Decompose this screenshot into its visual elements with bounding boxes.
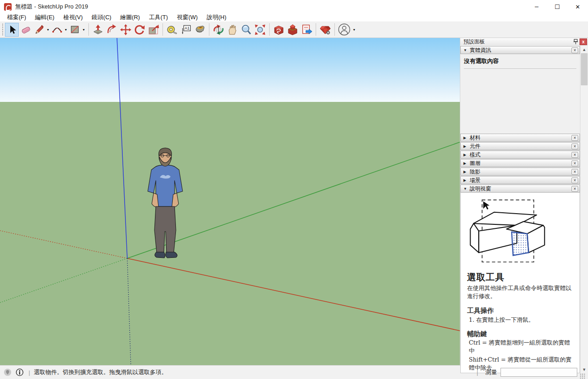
paint-bucket-tool-button[interactable] — [193, 23, 207, 37]
toolbar-drag-handle[interactable] — [1, 23, 4, 36]
pan-tool-button[interactable] — [225, 23, 239, 37]
section-entity-info[interactable]: ▼ 實體資訊 × — [460, 46, 580, 54]
entity-info-content: 沒有選取內容 — [460, 54, 580, 133]
tray-pin-button[interactable] — [571, 38, 580, 45]
scroll-up-icon[interactable]: ▲ — [580, 46, 588, 53]
scrollbar-thumb[interactable] — [581, 53, 588, 85]
section-shadows[interactable]: ▶ 陰影 × — [460, 168, 580, 176]
scale-tool-button[interactable] — [146, 23, 160, 37]
toolbar-separator — [316, 23, 316, 36]
components-close-button[interactable]: × — [571, 143, 578, 149]
orbit-icon — [213, 24, 225, 36]
shadows-close-button[interactable]: × — [571, 169, 578, 175]
minimize-button[interactable]: ─ — [526, 0, 547, 13]
section-materials[interactable]: ▶ 材料 × — [460, 134, 580, 142]
layers-label: 圖層 — [470, 160, 571, 167]
push-pull-icon — [92, 24, 104, 36]
materials-close-button[interactable]: × — [571, 135, 578, 141]
scenes-close-button[interactable]: × — [571, 177, 578, 183]
blue-axis-negative — [127, 258, 131, 365]
move-tool-button[interactable] — [119, 23, 133, 37]
menu-edit[interactable]: 編輯(E) — [31, 13, 59, 21]
select-tool-button[interactable] — [5, 23, 19, 37]
menu-draw[interactable]: 繪圖(R) — [116, 13, 144, 21]
styles-close-button[interactable]: × — [571, 152, 578, 158]
section-components[interactable]: ▶ 元件 × — [460, 142, 580, 150]
tray-title-bar[interactable]: 預設面板 x — [460, 38, 588, 46]
menu-window[interactable]: 視窗(W) — [172, 13, 202, 21]
panel-scrollbar[interactable]: ▲ ▼ — [580, 46, 588, 373]
entity-info-close-button[interactable]: × — [571, 47, 578, 53]
menu-file[interactable]: 檔案(F) — [3, 13, 31, 21]
push-pull-tool-button[interactable] — [91, 23, 105, 37]
rectangle-icon — [69, 24, 81, 35]
maximize-button[interactable]: ☐ — [547, 0, 567, 13]
user-account-icon — [338, 23, 350, 36]
cursor-arrow-icon — [7, 24, 17, 35]
share-component-button[interactable] — [300, 23, 313, 37]
orbit-tool-button[interactable] — [212, 23, 225, 37]
toolbar-separator — [88, 23, 89, 36]
extension-warehouse-button[interactable] — [318, 23, 332, 37]
line-tool-button[interactable] — [33, 23, 46, 37]
zoom-tool-button[interactable] — [239, 23, 253, 37]
instructor-content: 選取工具 在使用其他操作工具或命令時選取實體以進行修改。 工具操作 1. 在實體… — [460, 193, 580, 373]
user-account-button[interactable] — [337, 23, 351, 37]
chevron-collapsed-icon: ▶ — [463, 178, 470, 182]
3d-warehouse-button[interactable] — [272, 23, 286, 37]
share-model-icon — [287, 24, 299, 36]
menu-tools[interactable]: 工具(T) — [144, 13, 172, 21]
line-tool-dropdown[interactable]: ▼ — [46, 28, 50, 31]
chevron-collapsed-icon: ▶ — [463, 161, 470, 165]
chevron-collapsed-icon: ▶ — [463, 144, 470, 148]
rotate-tool-button[interactable] — [133, 23, 146, 37]
section-instructor[interactable]: ▼ 說明視窗 × — [460, 185, 580, 193]
share-model-button[interactable] — [286, 23, 300, 37]
modeling-viewport[interactable] — [0, 38, 460, 365]
measurement-input[interactable] — [500, 368, 577, 377]
pan-hand-icon — [226, 24, 238, 36]
entity-info-empty-message: 沒有選取內容 — [464, 57, 576, 68]
menu-camera[interactable]: 鏡頭(C) — [87, 13, 116, 21]
shadows-label: 陰影 — [470, 168, 571, 176]
instructor-close-button[interactable]: × — [571, 186, 578, 192]
layers-close-button[interactable]: × — [571, 160, 578, 166]
eraser-tool-button[interactable] — [19, 23, 33, 37]
tray-close-button[interactable]: x — [580, 38, 587, 45]
instructor-modifier-heading: 輔助鍵 — [467, 330, 574, 338]
red-axis-negative — [0, 231, 127, 258]
close-button[interactable]: ✕ — [567, 0, 588, 13]
menu-help[interactable]: 說明(H) — [202, 13, 231, 21]
scale-figure-person[interactable] — [148, 148, 183, 258]
resize-grip[interactable] — [580, 373, 585, 379]
user-account-dropdown[interactable]: ▼ — [353, 28, 356, 31]
instructor-modifier-ctrl: Ctrl = 將實體新增到一組所選取的實體中 — [469, 339, 574, 355]
section-layers[interactable]: ▶ 圖層 × — [460, 159, 580, 167]
status-separator: | — [477, 369, 478, 376]
green-axis-negative — [0, 258, 127, 303]
instructor-description: 在使用其他操作工具或命令時選取實體以進行修改。 — [467, 284, 574, 300]
zoom-magnifier-icon — [240, 24, 252, 36]
instructor-label: 說明視窗 — [470, 185, 571, 193]
status-message: 選取物件。切換到擴充選取。拖曳滑鼠以選取多項。 — [33, 368, 167, 376]
zoom-extents-tool-button[interactable] — [253, 23, 267, 37]
entity-info-label: 實體資訊 — [470, 46, 571, 54]
follow-me-tool-button[interactable] — [105, 23, 119, 37]
section-styles[interactable]: ▶ 樣式 × — [460, 151, 580, 159]
materials-label: 材料 — [470, 134, 571, 142]
toolbar-separator — [163, 23, 163, 36]
rectangle-tool-dropdown[interactable]: ▼ — [82, 28, 85, 31]
scenes-label: 場景 — [470, 177, 571, 184]
rectangle-tool-button[interactable] — [68, 23, 82, 37]
tape-measure-tool-button[interactable] — [165, 23, 179, 37]
arc-tool-button[interactable] — [50, 23, 64, 37]
scroll-down-icon[interactable]: ▼ — [580, 366, 588, 373]
select-tool-illustration — [464, 197, 576, 269]
menu-view[interactable]: 檢視(V) — [59, 13, 87, 21]
section-scenes[interactable]: ▶ 場景 × — [460, 176, 580, 184]
text-tool-button[interactable]: A1 — [179, 23, 193, 37]
title-bar: 無標題 - SketchUp Pro 2019 ─ ☐ ✕ — [0, 0, 588, 13]
geolocation-icon[interactable] — [4, 368, 12, 376]
credits-info-icon[interactable] — [16, 368, 24, 376]
arc-tool-dropdown[interactable]: ▼ — [64, 28, 67, 31]
